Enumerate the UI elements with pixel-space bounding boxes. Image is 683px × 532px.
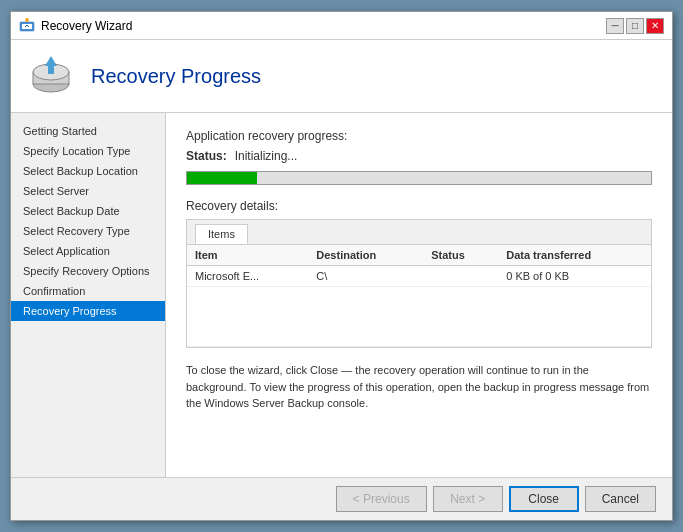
- close-button[interactable]: Close: [509, 486, 579, 512]
- items-tab[interactable]: Items: [195, 224, 248, 244]
- col-destination: Destination: [308, 245, 423, 266]
- sidebar-item-select-backup-location[interactable]: Select Backup Location: [11, 161, 165, 181]
- sidebar: Getting Started Specify Location Type Se…: [11, 113, 166, 477]
- window-title: Recovery Wizard: [41, 19, 132, 33]
- details-table: Item Destination Status Data transferred…: [187, 245, 651, 347]
- next-button[interactable]: Next >: [433, 486, 503, 512]
- sidebar-item-select-recovery-type[interactable]: Select Recovery Type: [11, 221, 165, 241]
- sidebar-item-select-server[interactable]: Select Server: [11, 181, 165, 201]
- title-bar: Recovery Wizard ─ □ ✕: [11, 12, 672, 40]
- main-content: Application recovery progress: Status: I…: [166, 113, 672, 477]
- sidebar-item-getting-started[interactable]: Getting Started: [11, 121, 165, 141]
- table-header-row: Item Destination Status Data transferred: [187, 245, 651, 266]
- close-window-button[interactable]: ✕: [646, 18, 664, 34]
- cell-item: Microsoft E...: [187, 266, 308, 287]
- footer-text: To close the wizard, click Close — the r…: [186, 362, 652, 412]
- col-item: Item: [187, 245, 308, 266]
- col-data-transferred: Data transferred: [498, 245, 651, 266]
- content-area: Getting Started Specify Location Type Se…: [11, 113, 672, 477]
- details-tabs: Items: [187, 220, 651, 245]
- minimize-button[interactable]: ─: [606, 18, 624, 34]
- header-area: Recovery Progress: [11, 40, 672, 113]
- table-row: Microsoft E... C\ 0 KB of 0 KB: [187, 266, 651, 287]
- sidebar-item-specify-location-type[interactable]: Specify Location Type: [11, 141, 165, 161]
- details-table-container: Items Item Destination Status Data trans…: [186, 219, 652, 348]
- status-line: Status: Initializing...: [186, 149, 652, 163]
- cell-destination: C\: [308, 266, 423, 287]
- bottom-bar: < Previous Next > Close Cancel: [11, 477, 672, 520]
- progress-bar-container: [186, 171, 652, 185]
- status-label: Status:: [186, 149, 227, 163]
- cell-data-transferred: 0 KB of 0 KB: [498, 266, 651, 287]
- cell-status: [423, 266, 498, 287]
- previous-button[interactable]: < Previous: [336, 486, 427, 512]
- title-bar-controls: ─ □ ✕: [606, 18, 664, 34]
- header-wizard-icon: [27, 52, 75, 100]
- progress-bar-fill: [187, 172, 257, 184]
- svg-rect-7: [48, 66, 54, 74]
- svg-marker-6: [45, 56, 57, 66]
- sidebar-item-confirmation[interactable]: Confirmation: [11, 281, 165, 301]
- page-title: Recovery Progress: [91, 65, 261, 88]
- sidebar-item-recovery-progress[interactable]: Recovery Progress: [11, 301, 165, 321]
- status-value: Initializing...: [235, 149, 298, 163]
- sidebar-item-select-application[interactable]: Select Application: [11, 241, 165, 261]
- col-status: Status: [423, 245, 498, 266]
- svg-point-2: [25, 18, 29, 22]
- title-bar-left: Recovery Wizard: [19, 18, 132, 34]
- recovery-details-label: Recovery details:: [186, 199, 652, 213]
- recovery-wizard-window: Recovery Wizard ─ □ ✕ Recovery Progress …: [10, 11, 673, 521]
- sidebar-item-select-backup-date[interactable]: Select Backup Date: [11, 201, 165, 221]
- sidebar-item-specify-recovery-options[interactable]: Specify Recovery Options: [11, 261, 165, 281]
- cancel-button[interactable]: Cancel: [585, 486, 656, 512]
- wizard-title-icon: [19, 18, 35, 34]
- progress-section-label: Application recovery progress:: [186, 129, 652, 143]
- maximize-button[interactable]: □: [626, 18, 644, 34]
